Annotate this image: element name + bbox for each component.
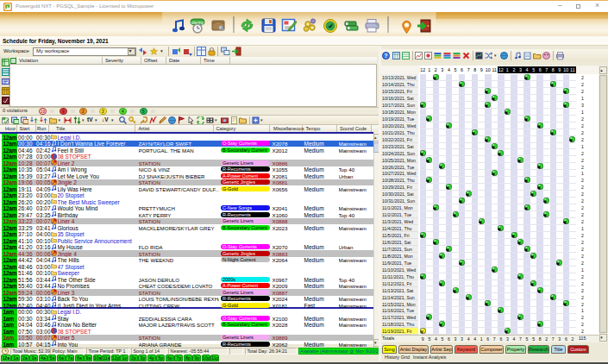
svg-text:?: ? — [385, 52, 388, 58]
